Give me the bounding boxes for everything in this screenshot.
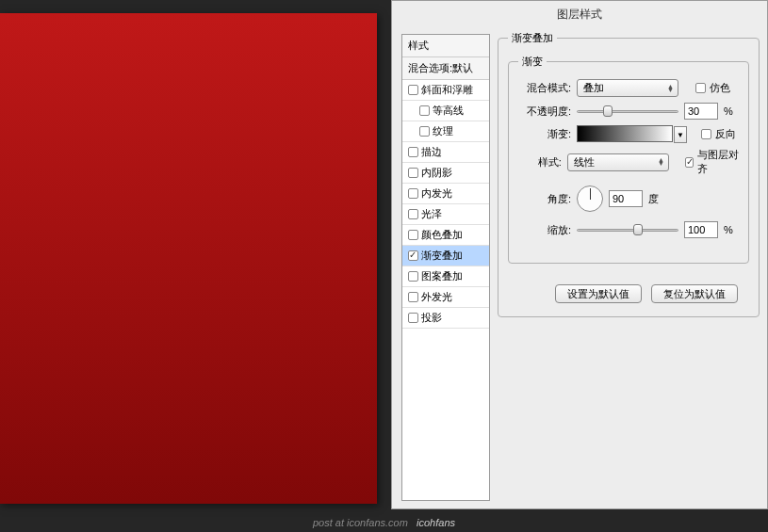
style-item-pattern-overlay[interactable]: 图案叠加 [402, 266, 489, 287]
style-item-color-overlay[interactable]: 颜色叠加 [402, 225, 489, 246]
dialog-title: 图层样式 [392, 1, 767, 34]
align-checkbox[interactable]: 与图层对齐 [685, 148, 739, 176]
dither-label: 仿色 [710, 81, 730, 95]
style-item-label: 投影 [421, 311, 442, 325]
style-item-drop-shadow[interactable]: 投影 [402, 308, 489, 329]
style-item-inner-glow[interactable]: 内发光 [402, 184, 489, 204]
footer-brand: icohfans [417, 517, 455, 528]
style-item-label: 内阴影 [421, 166, 452, 180]
gradient-swatch[interactable]: ▼ [577, 125, 673, 142]
chevron-down-icon[interactable]: ▼ [674, 126, 687, 143]
inner-legend: 渐变 [518, 55, 547, 69]
blend-options-default[interactable]: 混合选项:默认 [402, 57, 489, 80]
checkbox-icon[interactable] [408, 313, 418, 323]
settings-panel: 渐变叠加 渐变 混合模式: 叠加 ▲▼ 仿色 [490, 34, 760, 501]
style-item-inner-shadow[interactable]: 内阴影 [402, 163, 489, 184]
blend-mode-value: 叠加 [583, 81, 604, 95]
checkbox-icon[interactable] [408, 147, 418, 157]
reverse-label: 反向 [715, 127, 736, 141]
layer-style-dialog: 图层样式 样式 混合选项:默认 斜面和浮雕 等高线 纹理 描边 [391, 0, 768, 509]
scale-label: 缩放: [518, 223, 571, 237]
style-item-contour[interactable]: 等高线 [402, 101, 489, 121]
footer: post at iconfans.com icohfans [0, 513, 768, 532]
style-item-label: 等高线 [433, 104, 464, 118]
opacity-label: 不透明度: [518, 105, 571, 119]
opacity-input[interactable] [684, 103, 718, 120]
style-item-label: 图案叠加 [421, 269, 463, 283]
footer-site: iconfans.com [347, 517, 408, 528]
style-item-label: 斜面和浮雕 [421, 83, 473, 97]
checkbox-icon[interactable] [408, 292, 418, 302]
dither-checkbox[interactable]: 仿色 [695, 81, 730, 95]
style-label: 样式: [518, 155, 562, 169]
style-item-outer-glow[interactable]: 外发光 [402, 287, 489, 308]
blend-mode-select[interactable]: 叠加 ▲▼ [577, 79, 678, 97]
checkbox-icon[interactable] [408, 188, 418, 199]
group-legend: 渐变叠加 [508, 31, 557, 45]
checkbox-icon[interactable] [408, 271, 418, 282]
gradient-style-select[interactable]: 线性 ▲▼ [567, 153, 669, 171]
style-item-stroke[interactable]: 描边 [402, 142, 489, 163]
set-default-button[interactable]: 设置为默认值 [555, 284, 642, 303]
canvas-preview [0, 13, 377, 504]
updown-icon: ▲▼ [658, 158, 664, 166]
scale-input[interactable] [684, 221, 718, 238]
style-item-label: 纹理 [433, 124, 453, 138]
scale-unit: % [724, 224, 733, 235]
gradient-overlay-group: 渐变叠加 渐变 混合模式: 叠加 ▲▼ 仿色 [498, 38, 760, 317]
angle-dial[interactable] [577, 185, 603, 212]
style-item-texture[interactable]: 纹理 [402, 121, 489, 142]
checkbox-icon[interactable] [419, 126, 430, 137]
style-item-gradient-overlay[interactable]: 渐变叠加 [402, 246, 489, 266]
angle-label: 角度: [518, 192, 571, 206]
scale-slider[interactable] [577, 222, 678, 237]
style-item-satin[interactable]: 光泽 [402, 204, 489, 225]
checkbox-icon[interactable] [408, 209, 418, 219]
opacity-slider[interactable] [577, 104, 678, 119]
updown-icon: ▲▼ [667, 85, 674, 92]
opacity-unit: % [724, 105, 733, 117]
checkbox-icon [685, 157, 694, 168]
checkbox-icon [695, 83, 706, 93]
align-label: 与图层对齐 [697, 148, 739, 176]
reverse-checkbox[interactable]: 反向 [701, 127, 736, 141]
style-item-label: 光泽 [421, 207, 442, 221]
style-item-label: 内发光 [421, 186, 452, 201]
styles-list: 样式 混合选项:默认 斜面和浮雕 等高线 纹理 描边 内阴影 [401, 34, 490, 501]
gradient-label: 渐变: [518, 127, 571, 141]
style-item-label: 颜色叠加 [421, 228, 463, 242]
checkbox-icon[interactable] [408, 230, 418, 240]
checkbox-icon[interactable] [408, 168, 418, 178]
style-item-bevel[interactable]: 斜面和浮雕 [402, 80, 489, 101]
footer-prefix: post at [313, 517, 347, 528]
style-item-label: 外发光 [421, 290, 452, 304]
checkbox-icon[interactable] [408, 250, 418, 261]
checkbox-icon[interactable] [419, 105, 430, 116]
gradient-group: 渐变 混合模式: 叠加 ▲▼ 仿色 不 [508, 61, 749, 264]
styles-header[interactable]: 样式 [402, 35, 489, 57]
checkbox-icon[interactable] [408, 85, 418, 95]
blend-mode-label: 混合模式: [518, 81, 571, 95]
angle-input[interactable] [609, 190, 643, 207]
style-item-label: 描边 [421, 145, 442, 159]
checkbox-icon [701, 129, 711, 139]
style-value: 线性 [574, 155, 595, 169]
style-item-label: 渐变叠加 [421, 249, 463, 263]
angle-unit: 度 [648, 192, 659, 206]
reset-default-button[interactable]: 复位为默认值 [651, 284, 738, 303]
